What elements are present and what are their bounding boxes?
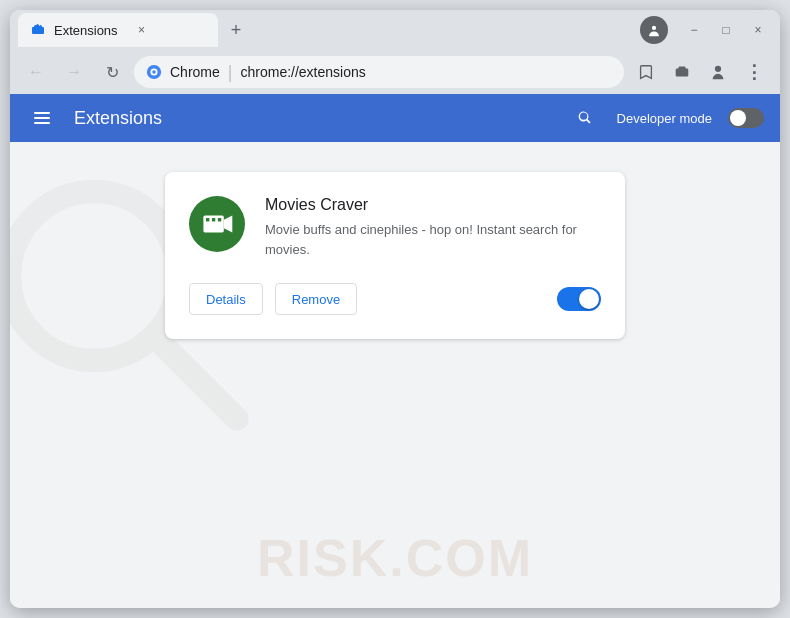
address-bar[interactable]: Chrome | chrome://extensions — [134, 56, 624, 88]
dev-mode-toggle-knob — [730, 110, 746, 126]
tab-title: Extensions — [54, 23, 118, 38]
extension-card-footer: Details Remove — [189, 283, 601, 315]
reload-button[interactable]: ↻ — [96, 56, 128, 88]
address-text: chrome://extensions — [240, 64, 612, 80]
search-button[interactable] — [569, 102, 601, 134]
svg-rect-12 — [218, 218, 221, 221]
extension-enable-toggle[interactable] — [557, 287, 601, 311]
extension-card: Movies Craver Movie buffs and cinephiles… — [165, 172, 625, 339]
dev-mode-label: Developer mode — [617, 111, 712, 126]
svg-rect-11 — [212, 218, 215, 221]
svg-marker-9 — [224, 216, 233, 233]
back-button[interactable]: ← — [20, 56, 52, 88]
extensions-button[interactable] — [666, 56, 698, 88]
details-button[interactable]: Details — [189, 283, 263, 315]
extension-description: Movie buffs and cinephiles - hop on! Ins… — [265, 220, 601, 259]
extensions-title: Extensions — [74, 108, 553, 129]
svg-rect-10 — [206, 218, 209, 221]
svg-point-2 — [152, 70, 156, 74]
forward-button[interactable]: → — [58, 56, 90, 88]
address-separator: | — [228, 63, 233, 81]
chrome-label: Chrome — [170, 64, 220, 80]
dev-mode-toggle[interactable] — [728, 108, 764, 128]
svg-rect-5 — [34, 122, 50, 124]
active-tab[interactable]: Extensions × — [18, 13, 218, 47]
maximize-button[interactable]: □ — [712, 16, 740, 44]
extensions-header: Extensions Developer mode — [10, 94, 780, 142]
window-controls: − □ × — [640, 16, 772, 44]
tab-close-button[interactable]: × — [134, 22, 150, 38]
svg-point-6 — [10, 192, 179, 361]
profile-icon[interactable] — [640, 16, 668, 44]
browser-window: Extensions × + − □ × ← → ↻ Chrome | chro… — [10, 10, 780, 608]
toolbar: ← → ↻ Chrome | chrome://extensions — [10, 50, 780, 94]
hamburger-menu-button[interactable] — [26, 102, 58, 134]
new-tab-button[interactable]: + — [222, 16, 250, 44]
svg-rect-3 — [34, 112, 50, 114]
minimize-button[interactable]: − — [680, 16, 708, 44]
extension-card-header: Movies Craver Movie buffs and cinephiles… — [189, 196, 601, 259]
close-button[interactable]: × — [744, 16, 772, 44]
watermark: RISK.COM — [257, 528, 533, 588]
extension-toggle-area — [557, 287, 601, 311]
title-bar: Extensions × + − □ × — [10, 10, 780, 50]
profile-button[interactable] — [702, 56, 734, 88]
svg-line-7 — [156, 338, 237, 419]
tab-extension-icon — [30, 22, 46, 38]
svg-rect-4 — [34, 117, 50, 119]
toolbar-actions: ⋮ — [630, 56, 770, 88]
bookmark-button[interactable] — [630, 56, 662, 88]
extension-icon — [189, 196, 245, 252]
movies-craver-icon — [200, 207, 234, 241]
extension-toggle-knob — [579, 289, 599, 309]
extensions-content: Movies Craver Movie buffs and cinephiles… — [10, 142, 780, 608]
menu-button[interactable]: ⋮ — [738, 56, 770, 88]
chrome-shield-icon — [146, 64, 162, 80]
remove-button[interactable]: Remove — [275, 283, 357, 315]
extension-info: Movies Craver Movie buffs and cinephiles… — [265, 196, 601, 259]
extension-name: Movies Craver — [265, 196, 601, 214]
